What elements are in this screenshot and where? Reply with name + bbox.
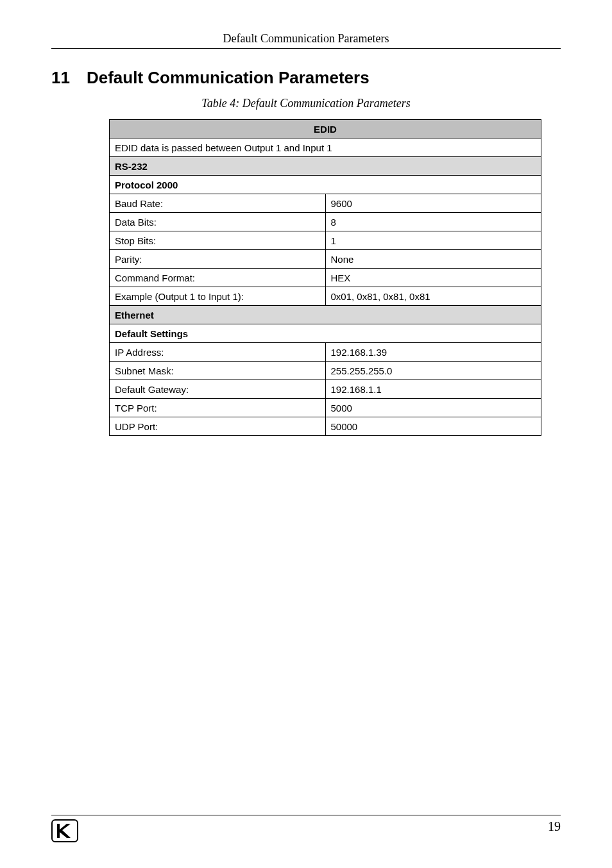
default-settings-header: Default Settings [110, 324, 541, 343]
cell-label: Example (Output 1 to Input 1): [110, 287, 326, 306]
rs232-header: RS-232 [110, 157, 541, 176]
comm-params-table: EDID EDID data is passed between Output … [109, 119, 541, 436]
cell-value: 50000 [325, 417, 541, 436]
table-row: TCP Port: 5000 [110, 399, 541, 417]
table-row: Example (Output 1 to Input 1): 0x01, 0x8… [110, 287, 541, 306]
cell-value: HEX [325, 269, 541, 287]
cell-value: 8 [325, 213, 541, 231]
cell-label: TCP Port: [110, 399, 326, 417]
cell-label: Subnet Mask: [110, 362, 326, 380]
table-row: Stop Bits: 1 [110, 231, 541, 250]
edid-note: EDID data is passed between Output 1 and… [110, 138, 541, 157]
cell-value: 192.168.1.1 [325, 380, 541, 399]
cell-value: 0x01, 0x81, 0x81, 0x81 [325, 287, 541, 306]
section-title: Default Communication Parameters [87, 68, 370, 87]
running-head: Default Communication Parameters [51, 32, 561, 49]
table-caption: Table 4: Default Communication Parameter… [51, 97, 561, 110]
section-heading: 11Default Communication Parameters [51, 68, 561, 88]
table-row: Subnet Mask: 255.255.255.0 [110, 362, 541, 380]
table-row: Command Format: HEX [110, 269, 541, 287]
table-row: IP Address: 192.168.1.39 [110, 343, 541, 362]
page-footer: 19 [51, 815, 561, 842]
cell-label: Baud Rate: [110, 194, 326, 213]
cell-value: 9600 [325, 194, 541, 213]
cell-value: 255.255.255.0 [325, 362, 541, 380]
brand-logo-icon [51, 819, 78, 842]
cell-label: Default Gateway: [110, 380, 326, 399]
cell-label: Command Format: [110, 269, 326, 287]
edid-header: EDID [110, 120, 541, 138]
cell-label: IP Address: [110, 343, 326, 362]
cell-value: 1 [325, 231, 541, 250]
table-row: Baud Rate: 9600 [110, 194, 541, 213]
table-row: Default Gateway: 192.168.1.1 [110, 380, 541, 399]
page-number: 19 [548, 819, 561, 834]
ethernet-header: Ethernet [110, 306, 541, 324]
table-row: UDP Port: 50000 [110, 417, 541, 436]
cell-value: 192.168.1.39 [325, 343, 541, 362]
table-row: Data Bits: 8 [110, 213, 541, 231]
cell-value: None [325, 250, 541, 269]
cell-label: Stop Bits: [110, 231, 326, 250]
cell-value: 5000 [325, 399, 541, 417]
protocol-header: Protocol 2000 [110, 176, 541, 194]
cell-label: Data Bits: [110, 213, 326, 231]
section-number: 11 [51, 68, 70, 88]
cell-label: Parity: [110, 250, 326, 269]
cell-label: UDP Port: [110, 417, 326, 436]
table-row: Parity: None [110, 250, 541, 269]
